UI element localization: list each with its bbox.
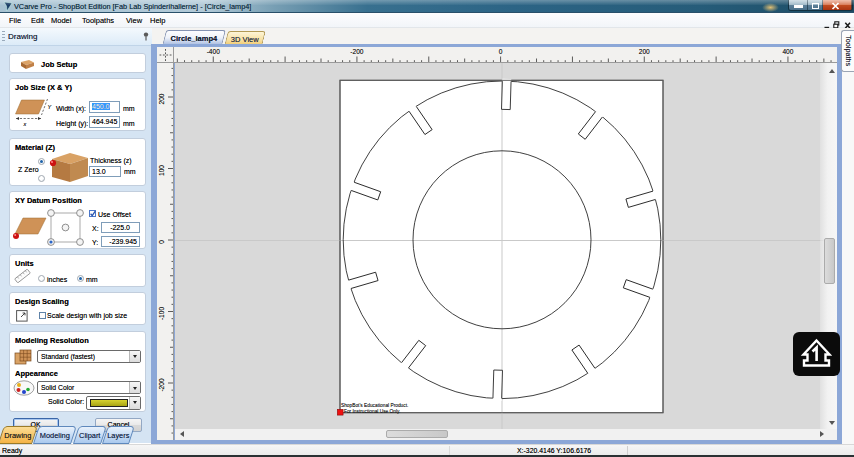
svg-text:-400: -400	[207, 48, 221, 55]
svg-text:ShopBot's Educational Product.: ShopBot's Educational Product.	[341, 403, 408, 408]
svg-text:Y: Y	[48, 104, 52, 110]
svg-text:-200: -200	[158, 378, 165, 392]
svg-text:100: 100	[158, 165, 165, 176]
svg-text:200: 200	[158, 93, 165, 104]
svg-text:400: 400	[782, 48, 793, 55]
svg-text:0: 0	[158, 240, 165, 244]
svg-text:-200: -200	[350, 48, 364, 55]
svg-text:For Instructional Use Only.: For Instructional Use Only.	[344, 409, 400, 414]
svg-text:x: x	[23, 121, 27, 127]
svg-text:-100: -100	[158, 307, 165, 321]
svg-text:200: 200	[639, 48, 650, 55]
svg-text:0: 0	[499, 48, 503, 55]
